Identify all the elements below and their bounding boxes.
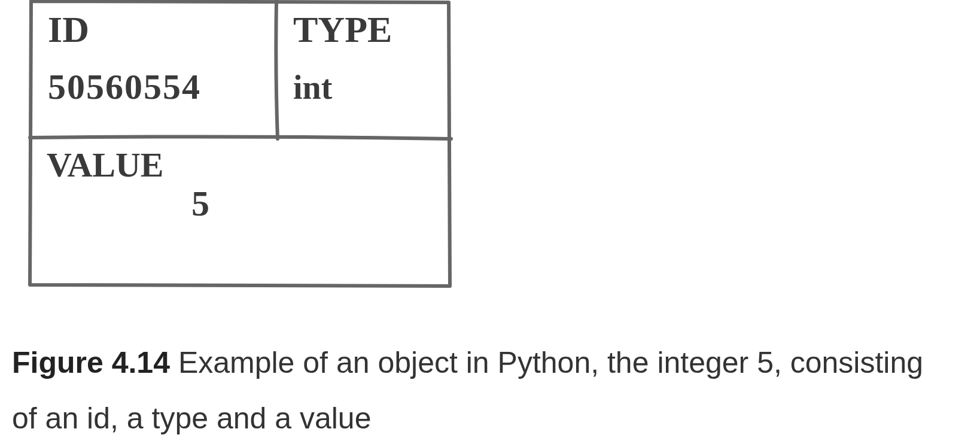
figure-caption: Figure 4.14 Example of an object in Pyth…: [12, 335, 945, 446]
type-value: int: [293, 69, 333, 106]
id-label: ID: [48, 9, 89, 50]
id-value: 50560554: [48, 67, 201, 107]
figure-label: Figure 4.14: [12, 346, 170, 379]
type-label: TYPE: [293, 9, 392, 50]
value-label: VALUE: [47, 145, 164, 184]
value-value: 5: [191, 184, 209, 223]
python-object-diagram: ID 50560554 TYPE int VALUE 5: [24, 0, 455, 293]
